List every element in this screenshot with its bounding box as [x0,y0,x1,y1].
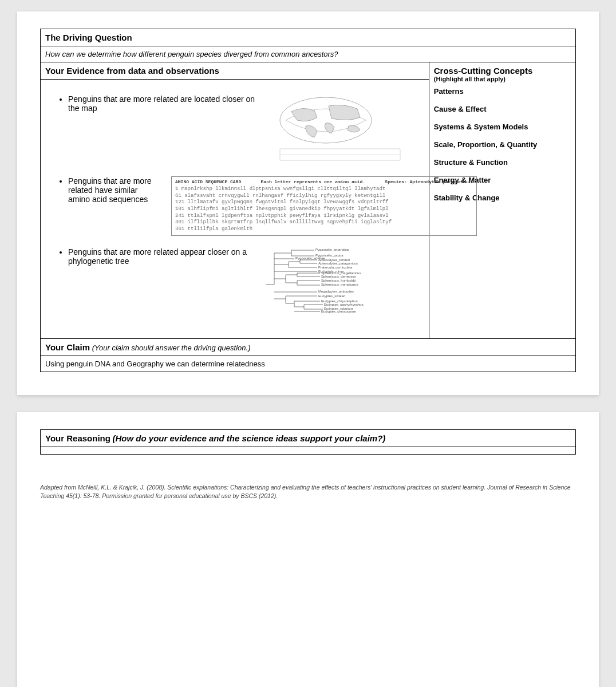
seq-card-title: AMINO ACID SEQUENCE CARD [175,179,241,184]
claim-hint: (Your claim should answer the driving qu… [92,344,251,352]
seq-species: Aptenodytes patagonicus [410,179,473,184]
evidence-item-2: Penguins that are more related have simi… [68,176,424,236]
reasoning-hint: (How do your evidence and the science id… [113,433,386,443]
svg-text:Eudyptes_sclateri: Eudyptes_sclateri [318,294,345,298]
svg-text:Fratercula_corniculata: Fratercula_corniculata [318,266,353,269]
reasoning-header: Your Reasoning (How do your evidence and… [41,429,576,447]
evidence-text-1: Penguins that are more related are locat… [68,94,263,113]
evidence-text-3: Penguins that are more related appear cl… [68,247,251,266]
phylo-tree-icon: Pygoscelis_antarctica Pygoscelis_papua P… [263,247,435,322]
svg-point-0 [280,97,372,143]
evidence-item-3: Penguins that are more related appear cl… [68,247,424,323]
claim-header: Your Claim (Your claim should answer the… [41,338,576,356]
svg-text:Megadyptes_antipodes: Megadyptes_antipodes [318,290,354,293]
page-2: Your Reasoning (How do your evidence and… [17,412,599,687]
svg-text:Eudyptes_pachyrhynchus: Eudyptes_pachyrhynchus [324,303,364,306]
driving-question-label: The Driving Question [45,33,132,42]
worksheet-table: The Driving Question How can we determin… [40,29,576,372]
seq-card-subtitle: Each letter represents one amino acid. [261,179,365,184]
reasoning-table: Your Reasoning (How do your evidence and… [40,429,576,455]
world-map-figure [274,94,424,165]
svg-text:Aptenodytes_patagonicus: Aptenodytes_patagonicus [318,262,358,265]
phylo-tree-figure: Pygoscelis_antarctica Pygoscelis_papua P… [263,247,435,323]
seq-species-label: Species: [385,179,406,184]
reasoning-body [41,447,576,454]
ccc-structure: Structure & Function [434,153,571,171]
driving-question-text: How can we determine how different pengu… [45,50,338,58]
evidence-label: Your Evidence from data and observations [45,66,219,76]
world-map-icon [274,94,406,163]
evidence-header: Your Evidence from data and observations [41,62,429,80]
ccc-patterns: Patterns [434,82,571,100]
claim-text: Using penguin DNA and Geography we can d… [45,360,265,368]
citation-text: Adapted from McNeill, K.L. & Krajcik, J.… [40,483,576,500]
svg-text:Pygoscelis_antarctica: Pygoscelis_antarctica [315,248,349,251]
ccc-cause-effect: Cause & Effect [434,100,571,118]
svg-text:Spheniscus_humboldti: Spheniscus_humboldti [321,279,356,282]
sequence-card-figure: AMINO ACID SEQUENCE CARD Each letter rep… [171,176,477,236]
ccc-scale: Scale, Proportion, & Quantity [434,136,571,153]
claim-body: Using penguin DNA and Geography we can d… [41,356,576,372]
evidence-text-2: Penguins that are more related have simi… [68,176,160,204]
driving-question-cell: How can we determine how different pengu… [41,46,576,62]
svg-text:Eudyptes_chrysocome: Eudyptes_chrysocome [321,310,356,313]
page-1: The Driving Question How can we determin… [17,11,599,395]
svg-text:Spheniscus_mendiculus: Spheniscus_mendiculus [321,283,358,286]
ccc-systems: Systems & System Models [434,118,571,136]
evidence-item-1: Penguins that are more related are locat… [68,94,424,165]
evidence-body: Penguins that are more related are locat… [41,80,429,339]
ccc-label: Cross-Cutting Concepts [434,66,571,76]
claim-label: Your Claim [45,342,90,352]
reasoning-label: Your Reasoning [45,433,110,443]
driving-question-header: The Driving Question [41,29,576,46]
ccc-sub: (Highlight all that apply) [434,76,571,82]
svg-text:Spheniscus_demersus: Spheniscus_demersus [321,275,356,278]
